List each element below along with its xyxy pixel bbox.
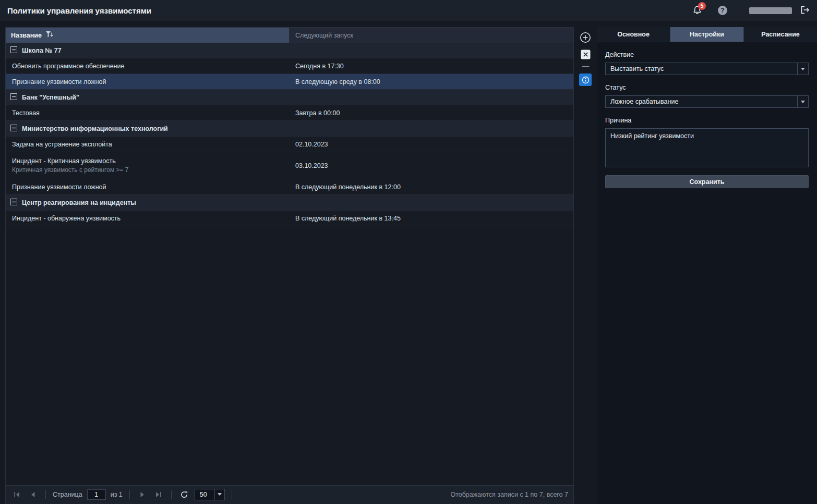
table-row[interactable]: Инцидент - Критичная уязвимость Критична…: [6, 152, 573, 179]
table-row[interactable]: Инцидент - обнаружена уязвимость В следу…: [6, 211, 573, 226]
side-toolbar: [574, 27, 597, 504]
cell-next-run: В следующую среду в 08:00: [289, 78, 573, 85]
group-row-bank[interactable]: Банк "Успешный": [6, 90, 573, 105]
prev-page-button[interactable]: [27, 489, 39, 500]
logout-button[interactable]: [800, 6, 810, 16]
page-size-select[interactable]: 50: [195, 489, 225, 500]
status-select[interactable]: Ложное срабатывание: [605, 95, 809, 108]
app-window: Политики управления уязвимостями 5 ?: [0, 0, 817, 504]
top-bar: Политики управления уязвимостями 5 ?: [0, 0, 817, 21]
collapse-icon[interactable]: [10, 46, 17, 55]
cell-next-run: В следующий понедельник в 12:00: [289, 183, 573, 191]
cell-next-run: Завтра в 00:00: [289, 109, 573, 117]
chevron-down-icon: [214, 489, 224, 500]
tab-settings[interactable]: Настройки: [670, 27, 744, 42]
toolbar-separator: [45, 490, 46, 499]
prev-page-icon: [30, 491, 35, 498]
group-label: Банк "Успешный": [22, 94, 79, 101]
next-page-button[interactable]: [137, 489, 148, 500]
collapse-icon[interactable]: [10, 125, 17, 133]
minus-icon: [582, 66, 590, 67]
policies-grid: Название Следующий запуск Школа № 77 Обн…: [5, 27, 574, 503]
last-page-button[interactable]: [153, 489, 164, 500]
column-header-next-run-label: Следующий запуск: [295, 32, 353, 39]
grid-body: Школа № 77 Обновить программное обеспече…: [6, 43, 573, 485]
column-header-name-label: Название: [11, 32, 42, 39]
topbar-actions: 5 ?: [692, 5, 810, 16]
tab-main[interactable]: Основное: [597, 27, 670, 42]
refresh-button[interactable]: [178, 489, 190, 500]
first-page-button[interactable]: [11, 489, 22, 500]
table-row[interactable]: Обновить программное обеспечение Сегодня…: [6, 58, 573, 74]
cell-policy-name: Признание уязвимости ложной: [6, 183, 289, 191]
cell-policy-name: Инцидент - Критичная уязвимость Критична…: [6, 157, 289, 174]
cell-policy-name: Обновить программное обеспечение: [6, 63, 289, 70]
refresh-icon: [180, 490, 188, 499]
settings-form: Действие Выставить статус Статус Ложное …: [597, 42, 817, 188]
info-icon: [582, 76, 590, 84]
page-label: Страница: [53, 491, 82, 498]
detail-tabs: Основное Настройки Расписание: [597, 27, 817, 42]
save-button[interactable]: Сохранить: [605, 175, 809, 188]
toolbar-separator: [232, 490, 232, 499]
pagination-bar: Страница из 1 50 Отображаются записи с 1…: [6, 485, 573, 503]
chevron-down-icon: [797, 63, 808, 75]
tab-schedule[interactable]: Расписание: [744, 27, 817, 42]
detail-panel: Основное Настройки Расписание Действие В…: [597, 27, 817, 504]
cell-next-run: 02.10.2023: [289, 141, 573, 148]
action-select[interactable]: Выставить статус: [605, 63, 809, 75]
chevron-down-icon: [797, 96, 808, 107]
row-subtitle: Критичная уязвимость с рейтингом >= 7: [12, 166, 129, 174]
logout-icon: [800, 6, 810, 16]
table-row[interactable]: Задача на устранение эксплойта 02.10.202…: [6, 137, 573, 152]
column-header-next-run[interactable]: Следующий запуск: [289, 28, 573, 43]
group-label: Центр реагирования на инциденты: [22, 199, 136, 206]
cell-policy-name: Инцидент - обнаружена уязвимость: [6, 215, 289, 222]
notifications-button[interactable]: 5: [692, 5, 702, 16]
user-menu[interactable]: [749, 7, 792, 14]
group-row-incident-center[interactable]: Центр реагирования на инциденты: [6, 195, 573, 211]
table-row[interactable]: Признание уязвимости ложной В следующий …: [6, 179, 573, 195]
info-panel-toggle-button[interactable]: [579, 73, 592, 86]
notification-badge: 5: [698, 2, 706, 10]
last-page-icon: [155, 491, 162, 498]
table-row-selected[interactable]: Признание уязвимости ложной В следующую …: [6, 74, 573, 90]
group-row-school[interactable]: Школа № 77: [6, 43, 573, 58]
group-row-ministry[interactable]: Министерство информационных технологий: [6, 121, 573, 137]
toolbar-divider: [582, 66, 590, 67]
group-label: Министерство информационных технологий: [22, 125, 168, 132]
help-button[interactable]: ?: [718, 6, 727, 15]
delete-policy-button[interactable]: [581, 50, 591, 59]
table-row[interactable]: Тестовая Завтра в 00:00: [6, 105, 573, 121]
page-of-label: из 1: [111, 491, 123, 498]
sort-filter-icon[interactable]: [45, 31, 53, 40]
status-label: Статус: [605, 84, 809, 91]
toolbar-separator: [129, 490, 130, 499]
first-page-icon: [14, 491, 20, 498]
group-label: Школа № 77: [22, 47, 62, 54]
records-summary: Отображаются записи с 1 по 7, всего 7: [450, 491, 568, 498]
status-value: Ложное срабатывание: [610, 98, 678, 105]
cell-next-run: 03.10.2023: [289, 162, 573, 169]
grid-header: Название Следующий запуск: [6, 28, 573, 43]
action-label: Действие: [605, 51, 809, 58]
collapse-icon[interactable]: [10, 199, 17, 207]
toolbar-separator: [171, 490, 172, 499]
reason-textarea[interactable]: Низкий рейтинг уязвимости: [605, 128, 809, 167]
column-header-name[interactable]: Название: [6, 28, 289, 43]
cell-policy-name: Задача на устранение эксплойта: [6, 141, 289, 148]
cell-policy-name: Тестовая: [6, 109, 289, 117]
cell-next-run: Сегодня в 17:30: [289, 63, 573, 70]
plus-circle-icon: [580, 32, 591, 43]
reason-label: Причина: [605, 117, 809, 124]
add-policy-button[interactable]: [580, 32, 591, 43]
action-value: Выставить статус: [610, 65, 664, 72]
cell-policy-name: Признание уязвимости ложной: [6, 78, 289, 85]
page-size-value: 50: [200, 491, 207, 498]
next-page-icon: [140, 491, 145, 498]
collapse-icon[interactable]: [10, 93, 17, 102]
page-title: Политики управления уязвимостями: [7, 6, 151, 15]
cell-next-run: В следующий понедельник в 13:45: [289, 215, 573, 222]
close-square-icon: [581, 50, 591, 59]
page-number-input[interactable]: [87, 489, 106, 500]
